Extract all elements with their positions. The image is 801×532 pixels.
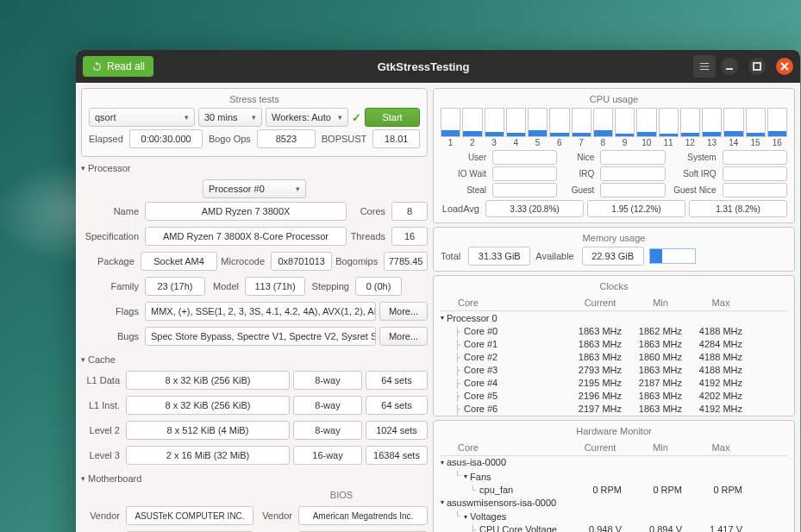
l1i-way: 8-way (293, 396, 362, 415)
start-button[interactable]: Start (365, 108, 420, 127)
processor-0-node[interactable]: Processor 0 (441, 313, 497, 323)
check-icon: ✓ (352, 111, 361, 124)
core-16: 16 (767, 108, 787, 147)
core-1: 1 (441, 108, 460, 147)
cpu-usage-panel: CPU usage 12345678910111213141516 User N… (433, 88, 795, 223)
mobo-vendor: ASUSTeK COMPUTER INC. (126, 506, 253, 525)
loadavg-5: 1.95 (12.2%) (587, 200, 685, 217)
loadavg-15: 1.31 (8.2%) (689, 200, 787, 217)
processor-selector[interactable]: Processor #0 (203, 179, 306, 198)
core-3: 3 (485, 108, 504, 147)
refresh-icon (91, 61, 103, 72)
proc-spec: AMD Ryzen 7 3800X 8-Core Processor (145, 227, 347, 246)
memory-usage-panel: Memory usage Total 31.33 GiB Available 2… (433, 227, 795, 272)
minimize-button[interactable] (721, 58, 738, 75)
steal-bar (492, 183, 557, 197)
voltages-node[interactable]: Voltages (464, 511, 506, 522)
clock-row: ├Core #01863 MHz1862 MHz4188 MHz (441, 324, 787, 337)
read-all-label: Read all (107, 60, 145, 72)
proc-bogo: 7785.45 (384, 252, 428, 271)
core-8: 8 (593, 108, 613, 147)
iowait-bar (492, 166, 557, 181)
app-window: Read all GtkStressTesting Stress tests q… (76, 50, 800, 532)
maximize-button[interactable] (748, 58, 766, 75)
core-9: 9 (615, 108, 635, 147)
guest-bar (600, 183, 665, 197)
processor-expander[interactable]: Processor (81, 163, 428, 173)
clock-row: ├Core #42195 MHz2187 MHz4192 MHz (441, 376, 787, 389)
proc-flags: MMX, (+), SSE(1, 2, 3, 3S, 4.1, 4.2, 4A)… (145, 302, 376, 321)
nice-bar (600, 150, 665, 165)
clock-row: ├Core #11863 MHz1863 MHz4284 MHz (441, 337, 787, 350)
core-4: 4 (506, 108, 526, 147)
irq-bar (600, 166, 665, 181)
close-button[interactable] (776, 58, 793, 75)
core-15: 15 (746, 108, 766, 147)
stress-title: Stress tests (89, 94, 420, 104)
fans-node[interactable]: Fans (464, 472, 491, 482)
clock-row: ├Core #21863 MHz1860 MHz4188 MHz (441, 350, 787, 363)
asuswmi-node[interactable]: asuswmisensors-isa-0000 (441, 498, 556, 508)
bios-vendor: American Megatrends Inc. (298, 506, 428, 525)
bogoops-field: 8523 (257, 129, 316, 148)
core-2: 2 (462, 108, 482, 147)
l1d-sets: 64 sets (366, 371, 428, 390)
proc-pkg: Socket AM4 (141, 252, 218, 271)
menu-button[interactable] (693, 55, 716, 78)
softirq-bar (723, 166, 787, 181)
l1i-sets: 64 sets (366, 396, 428, 415)
bopsust-label: BOPSUST (319, 134, 369, 144)
l1d-size: 8 x 32 KiB (256 KiB) (126, 371, 290, 390)
l3-size: 2 x 16 MiB (32 MiB) (126, 446, 290, 465)
mem-avail: 22.93 GiB (582, 247, 644, 266)
core-5: 5 (528, 108, 548, 147)
l1d-way: 8-way (293, 371, 362, 390)
clock-row: ├Core #62197 MHz1863 MHz4192 MHz (441, 402, 787, 415)
bogoops-label: Bogo Ops (206, 134, 253, 144)
system-bar (723, 150, 787, 165)
loadavg-1: 3.33 (20.8%) (485, 200, 584, 217)
mem-bar (649, 248, 696, 264)
proc-model: 113 (71h) (245, 277, 305, 296)
clocks-panel: Clocks CoreCurrentMinMax Processor 0 ├Co… (433, 275, 795, 416)
core-6: 6 (549, 108, 569, 147)
voltage-row: ├CPU Core Voltage0.948 V0.894 V1.417 V (441, 523, 787, 533)
method-combo[interactable]: qsort (89, 108, 195, 127)
l3-sets: 16384 sets (366, 446, 428, 465)
core-14: 14 (723, 108, 743, 147)
window-title: GtkStressTesting (153, 60, 693, 73)
cache-expander[interactable]: Cache (81, 354, 428, 365)
core-11: 11 (659, 108, 679, 147)
clock-row: └Core #72195 MHz1862 MHz4192 MHz (441, 415, 787, 416)
read-all-button[interactable]: Read all (83, 56, 153, 77)
asus-isa-node[interactable]: asus-isa-0000 (441, 457, 506, 467)
bugs-more-button[interactable]: More... (379, 327, 428, 346)
stress-panel: Stress tests qsort 30 mins Workers: Auto… (81, 88, 428, 157)
core-7: 7 (572, 108, 591, 147)
l1i-size: 8 x 32 KiB (256 KiB) (126, 396, 290, 415)
guestnice-bar (723, 183, 787, 197)
titlebar: Read all GtkStressTesting (76, 50, 800, 83)
proc-stepping: 0 (0h) (355, 277, 402, 296)
proc-micro: 0x8701013 (271, 252, 332, 271)
proc-bugs: Spec Store Bypass, Spectre V1, Spectre V… (145, 327, 376, 346)
l2-size: 8 x 512 KiB (4 MiB) (126, 421, 290, 440)
hwmon-panel: Hardware Monitor CoreCurrentMinMax asus-… (433, 420, 795, 533)
workers-combo[interactable]: Workers: Auto (266, 108, 348, 127)
proc-threads: 16 (391, 227, 428, 246)
user-bar (492, 150, 557, 165)
elapsed-field: 0:00:30.000 (129, 129, 203, 148)
flags-more-button[interactable]: More... (379, 302, 428, 321)
mem-total: 31.33 GiB (468, 247, 530, 266)
core-13: 13 (702, 108, 722, 147)
core-12: 12 (680, 108, 700, 147)
mobo-expander[interactable]: Motherboard (81, 473, 428, 484)
elapsed-label: Elapsed (89, 134, 126, 144)
l3-way: 16-way (293, 446, 362, 465)
duration-combo[interactable]: 30 mins (198, 108, 262, 127)
bopsust-field: 18.01 (372, 129, 420, 148)
fan-row: └cpu_fan0 RPM0 RPM0 RPM (441, 483, 787, 496)
core-10: 10 (636, 108, 656, 147)
clock-row: ├Core #52196 MHz1863 MHz4202 MHz (441, 389, 787, 402)
l2-way: 8-way (293, 421, 362, 440)
